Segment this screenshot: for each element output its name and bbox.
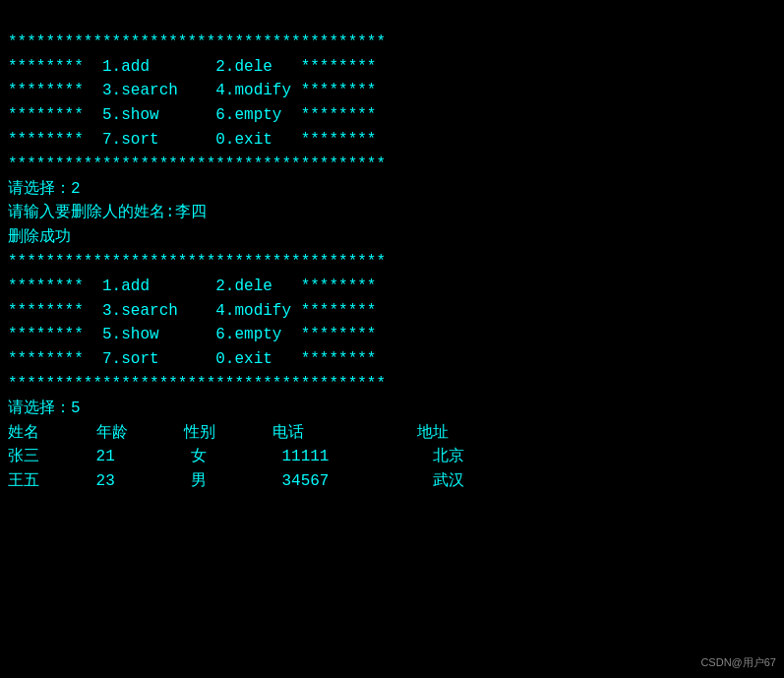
terminal-line-16: 姓名 年龄 性别 电话 地址 [8, 421, 776, 446]
terminal-line-9: **************************************** [8, 250, 776, 275]
terminal-line-14: **************************************** [8, 372, 776, 397]
terminal-line-6: 请选择：2 [8, 177, 776, 202]
terminal-line-2: ******** 3.search 4.modify ******** [8, 79, 776, 103]
terminal-line-13: ******** 7.sort 0.exit ******** [8, 347, 776, 372]
terminal-line-7: 请输入要删除人的姓名:李四 [8, 201, 776, 225]
terminal-line-8: 删除成功 [8, 225, 776, 250]
terminal-line-3: ******** 5.show 6.empty ******** [8, 103, 776, 128]
terminal-line-5: **************************************** [8, 153, 776, 177]
terminal-line-10: ******** 1.add 2.dele ******** [8, 275, 776, 299]
terminal-line-12: ******** 5.show 6.empty ******** [8, 323, 776, 347]
terminal-window: ****************************************… [0, 0, 784, 678]
terminal-line-18: 王五 23 男 34567 武汉 [8, 469, 776, 494]
terminal-line-17: 张三 21 女 11111 北京 [8, 445, 776, 469]
terminal-line-11: ******** 3.search 4.modify ******** [8, 299, 776, 324]
terminal-line-4: ******** 7.sort 0.exit ******** [8, 128, 776, 153]
watermark: CSDN@用户67 [700, 655, 776, 670]
terminal-line-1: ******** 1.add 2.dele ******** [8, 55, 776, 80]
terminal-line-0: **************************************** [8, 31, 776, 55]
terminal-line-15: 请选择：5 [8, 397, 776, 421]
